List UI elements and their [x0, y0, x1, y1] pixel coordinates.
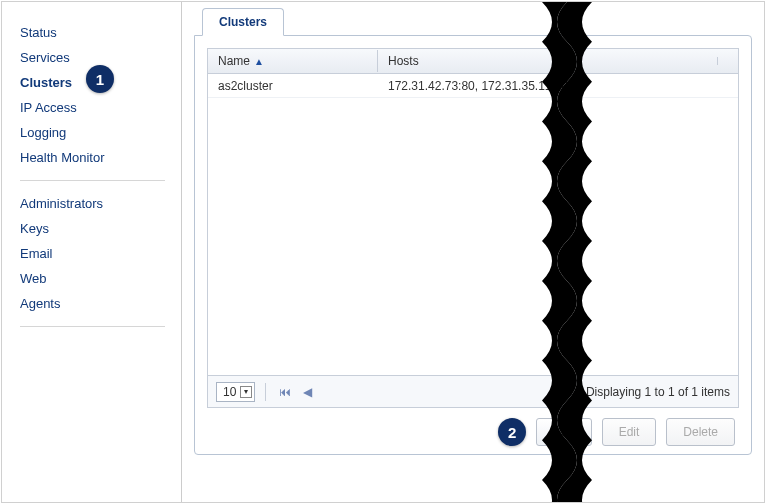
sort-asc-icon: ▲	[254, 56, 264, 67]
column-header-spacer	[717, 57, 738, 65]
sidebar-item-keys[interactable]: Keys	[20, 216, 165, 241]
cell-name: as2cluster	[208, 75, 378, 97]
sidebar-item-agents[interactable]: Agents	[20, 291, 165, 316]
column-header-hosts[interactable]: Hosts	[378, 50, 717, 72]
page-size-value: 10	[223, 385, 236, 399]
pager-status: Displaying 1 to 1 of 1 items	[586, 385, 730, 399]
tab-clusters[interactable]: Clusters	[202, 8, 284, 36]
pager-first-icon[interactable]: ⏮	[276, 385, 294, 399]
grid-body: as2cluster 172.31.42.73:80, 172.31.35.11…	[208, 74, 738, 375]
sidebar-item-health-monitor[interactable]: Health Monitor	[20, 145, 165, 170]
sidebar-item-label: Clusters	[20, 75, 72, 90]
sidebar-group-1: Status Services Clusters 1 IP Access Log…	[20, 20, 165, 181]
sidebar-item-clusters[interactable]: Clusters 1	[20, 70, 165, 95]
add-button[interactable]: Add	[536, 418, 591, 446]
column-header-label: Name	[218, 54, 250, 68]
column-header-name[interactable]: Name ▲	[208, 50, 378, 72]
sidebar: Status Services Clusters 1 IP Access Log…	[2, 2, 182, 502]
page-size-select[interactable]: 10 ▾	[216, 382, 255, 402]
main-panel: Clusters Name ▲ Hosts as2cluster	[182, 2, 764, 502]
pager: 10 ▾ ⏮ ◀	[216, 382, 315, 402]
clusters-panel: Name ▲ Hosts as2cluster 172.31.42.73:80,…	[194, 35, 752, 455]
table-row[interactable]: as2cluster 172.31.42.73:80, 172.31.35.11…	[208, 74, 738, 98]
sidebar-group-2: Administrators Keys Email Web Agents	[20, 191, 165, 327]
sidebar-item-email[interactable]: Email	[20, 241, 165, 266]
annotation-step-1: 1	[86, 65, 114, 93]
tab-bar: Clusters	[194, 2, 752, 36]
edit-button[interactable]: Edit	[602, 418, 657, 446]
sidebar-item-administrators[interactable]: Administrators	[20, 191, 165, 216]
chevron-down-icon: ▾	[240, 386, 252, 398]
grid-footer: 10 ▾ ⏮ ◀ Displaying 1 to 1 of 1 items	[208, 375, 738, 407]
separator	[265, 383, 266, 401]
pager-prev-icon[interactable]: ◀	[300, 385, 315, 399]
cell-hosts: 172.31.42.73:80, 172.31.35.11:80	[378, 75, 738, 97]
grid-header: Name ▲ Hosts	[208, 49, 738, 74]
action-buttons: 2 Add Edit Delete	[207, 408, 739, 446]
clusters-grid: Name ▲ Hosts as2cluster 172.31.42.73:80,…	[207, 48, 739, 408]
sidebar-item-ip-access[interactable]: IP Access	[20, 95, 165, 120]
sidebar-item-status[interactable]: Status	[20, 20, 165, 45]
column-header-label: Hosts	[388, 54, 419, 68]
sidebar-item-web[interactable]: Web	[20, 266, 165, 291]
delete-button[interactable]: Delete	[666, 418, 735, 446]
annotation-step-2: 2	[498, 418, 526, 446]
sidebar-item-logging[interactable]: Logging	[20, 120, 165, 145]
